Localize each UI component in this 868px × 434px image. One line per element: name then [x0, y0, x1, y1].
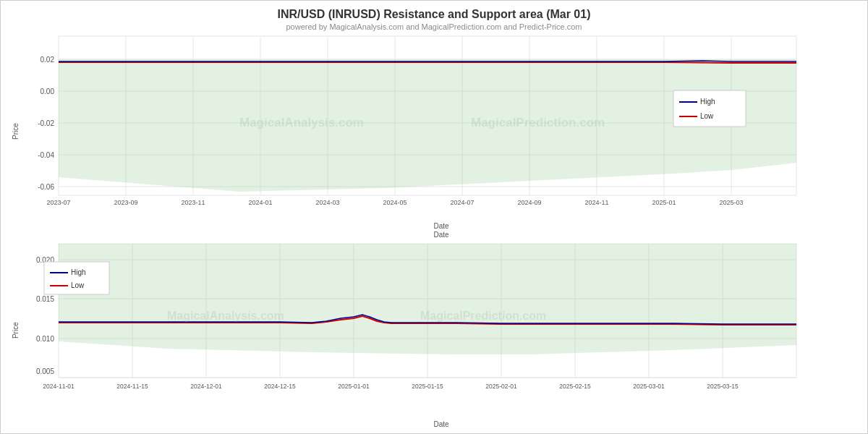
chart2-y-label: Price — [8, 240, 22, 420]
svg-text:0.005: 0.005 — [36, 367, 54, 375]
svg-text:2024-01: 2024-01 — [248, 199, 272, 206]
svg-text:2024-12-15: 2024-12-15 — [264, 383, 296, 390]
svg-text:2023-07: 2023-07 — [46, 199, 70, 206]
svg-text:2025-02-15: 2025-02-15 — [559, 383, 591, 390]
svg-text:High: High — [700, 98, 715, 106]
chart2-svg: 0.020 0.015 0.010 0.005 2024-11-01 2024-… — [22, 240, 860, 420]
page-wrapper: INR/USD (INRUSD) Resistance and Support … — [0, 0, 868, 434]
svg-text:2025-01-01: 2025-01-01 — [338, 383, 370, 390]
main-title: INR/USD (INRUSD) Resistance and Support … — [1, 8, 867, 21]
svg-text:0.010: 0.010 — [36, 335, 54, 343]
svg-text:2024-03: 2024-03 — [315, 199, 339, 206]
svg-text:MagicalAnalysis.com: MagicalAnalysis.com — [167, 310, 284, 322]
svg-text:2024-11-15: 2024-11-15 — [116, 383, 148, 390]
chart2-wrapper: Price — [8, 240, 860, 420]
svg-text:High: High — [71, 268, 86, 276]
svg-text:2025-01-15: 2025-01-15 — [412, 383, 443, 390]
svg-text:-0.06: -0.06 — [38, 183, 54, 191]
svg-rect-36 — [673, 90, 746, 127]
svg-text:MagicalPrediction.com: MagicalPrediction.com — [471, 116, 605, 129]
svg-text:MagicalAnalysis.com: MagicalAnalysis.com — [239, 116, 364, 129]
svg-text:2025-03-15: 2025-03-15 — [707, 383, 739, 390]
svg-text:Low: Low — [71, 281, 85, 289]
chart1-y-label: Price — [8, 33, 22, 231]
svg-marker-70 — [59, 244, 796, 354]
svg-rect-73 — [44, 262, 109, 294]
svg-text:2024-07: 2024-07 — [450, 199, 474, 206]
svg-text:Low: Low — [700, 112, 714, 120]
chart2-area: 0.020 0.015 0.010 0.005 2024-11-01 2024-… — [22, 240, 860, 420]
svg-text:2025-01: 2025-01 — [652, 199, 676, 206]
chart1-wrapper: Price — [8, 33, 860, 231]
svg-text:2023-09: 2023-09 — [114, 199, 137, 206]
svg-text:2024-09: 2024-09 — [517, 199, 541, 206]
svg-text:MagicalPrediction.com: MagicalPrediction.com — [420, 310, 546, 322]
chart1-date-label: Date — [22, 231, 860, 239]
chart1-area: 0.02 0.00 -0.02 -0.04 -0.06 2023-07 2023… — [22, 33, 860, 231]
svg-text:0.00: 0.00 — [41, 88, 55, 95]
svg-text:2025-02-01: 2025-02-01 — [485, 383, 517, 390]
svg-text:2024-11: 2024-11 — [584, 199, 608, 206]
chart1-inner: 0.02 0.00 -0.02 -0.04 -0.06 2023-07 2023… — [22, 33, 860, 231]
svg-text:2023-11: 2023-11 — [181, 199, 205, 206]
svg-text:2025-03: 2025-03 — [719, 199, 743, 206]
svg-text:-0.02: -0.02 — [38, 119, 54, 127]
svg-text:2024-11-01: 2024-11-01 — [43, 383, 75, 390]
chart2-date-label: Date — [22, 420, 860, 428]
chart1-x-label: Date — [22, 221, 860, 231]
subtitle: powered by MagicalAnalysis.com and Magic… — [1, 22, 867, 31]
svg-text:0.02: 0.02 — [41, 56, 55, 64]
header: INR/USD (INRUSD) Resistance and Support … — [1, 1, 867, 33]
chart2-inner: 0.020 0.015 0.010 0.005 2024-11-01 2024-… — [22, 240, 860, 420]
svg-text:2025-03-01: 2025-03-01 — [633, 383, 665, 390]
charts-container: Price — [1, 33, 867, 433]
chart1-svg: 0.02 0.00 -0.02 -0.04 -0.06 2023-07 2023… — [22, 33, 860, 231]
svg-text:0.015: 0.015 — [36, 295, 54, 303]
svg-text:2024-12-01: 2024-12-01 — [190, 383, 222, 390]
svg-text:2024-05: 2024-05 — [383, 199, 407, 206]
svg-text:-0.04: -0.04 — [38, 151, 54, 159]
